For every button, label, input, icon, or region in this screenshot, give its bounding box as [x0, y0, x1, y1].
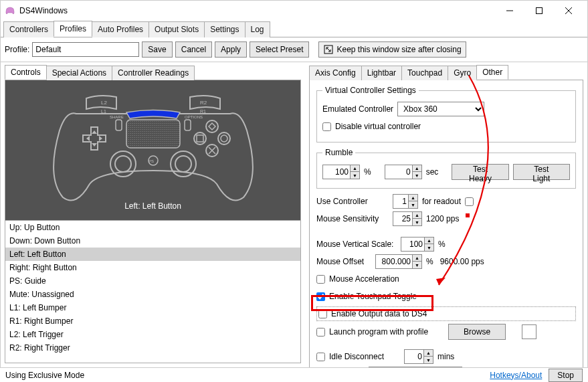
subtab-controller-readings[interactable]: Controller Readings: [112, 66, 195, 80]
config-body: Virtual Controller Settings Emulated Con…: [309, 80, 583, 369]
profile-label: Profile:: [5, 45, 29, 54]
cancel-button[interactable]: Cancel: [175, 41, 212, 58]
right-pane: Axis Config Lightbar Touchpad Gyro Other…: [305, 62, 587, 366]
left-pane: Controls Special Actions Controller Read…: [1, 62, 305, 366]
launch-profile-label: Launch program with profile: [329, 327, 428, 337]
svg-text:R1: R1: [200, 109, 206, 114]
rumble-strength-spinner[interactable]: ▲▼: [322, 165, 360, 179]
emulated-controller-select[interactable]: Xbox 360: [397, 102, 484, 116]
rumble-pct: %: [364, 167, 371, 177]
output-ds4-checkbox[interactable]: [318, 310, 327, 318]
browse-button[interactable]: Browse: [448, 324, 506, 340]
mouse-vscale-label: Mouse Vertical Scale:: [316, 240, 397, 249]
mapping-row[interactable]: Mute: Unassigned: [5, 288, 300, 301]
left-subtabs: Controls Special Actions Controller Read…: [5, 65, 301, 80]
select-preset-button[interactable]: Select Preset: [250, 41, 309, 58]
mapping-row[interactable]: Up: Up Button: [5, 221, 300, 234]
tab-output-slots[interactable]: Output Slots: [149, 21, 205, 37]
save-button[interactable]: Save: [142, 41, 172, 58]
use-controller-label: Use Controller: [316, 197, 389, 206]
disable-virtual-label: Disable virtual controller: [335, 122, 421, 131]
readout-checkbox[interactable]: [465, 197, 474, 206]
mapping-row[interactable]: Left: Left Button: [5, 248, 300, 261]
svg-text:L1: L1: [101, 109, 106, 114]
mouse-accel-label: Mouse Acceleration: [329, 274, 399, 284]
mouse-vscale-suffix: %: [438, 240, 446, 249]
controller-caption: Left: Left Button: [5, 201, 300, 211]
annotation-dot: [466, 213, 470, 217]
disable-virtual-checkbox[interactable]: [322, 122, 331, 131]
svg-text:R2: R2: [200, 100, 207, 106]
touchpad-toggle-checkbox[interactable]: [316, 292, 325, 301]
mapping-row[interactable]: R2: Right Trigger: [5, 341, 300, 355]
close-button[interactable]: [554, 1, 583, 21]
mouse-offset-suffix: % 9600.00 pps: [426, 257, 484, 266]
test-light-button[interactable]: Test Light: [513, 164, 570, 180]
output-ds4-label: Enable Output data to DS4: [331, 309, 427, 318]
tab-profiles[interactable]: Profiles: [54, 21, 92, 37]
tab-controllers[interactable]: Controllers: [3, 21, 54, 37]
config-tabs: Axis Config Lightbar Touchpad Gyro Other: [309, 65, 583, 80]
svg-rect-9: [126, 120, 180, 148]
status-mode: Using Exclusive Mode: [5, 371, 84, 380]
stop-button[interactable]: Stop: [549, 369, 583, 382]
mouse-accel-checkbox[interactable]: [316, 275, 325, 284]
tab-settings[interactable]: Settings: [204, 21, 245, 37]
svg-text:PS: PS: [149, 159, 154, 163]
mapping-row[interactable]: Right: Right Button: [5, 261, 300, 274]
mouse-vscale-spinner[interactable]: ▲▼: [401, 237, 434, 252]
subtab-controls[interactable]: Controls: [5, 65, 47, 80]
profile-name-input[interactable]: [32, 42, 139, 57]
apply-button[interactable]: Apply: [215, 41, 247, 58]
mapping-row[interactable]: Down: Down Button: [5, 234, 300, 248]
hotkeys-about-link[interactable]: Hotkeys/About: [490, 371, 542, 380]
mapping-row[interactable]: PS: Guide: [5, 274, 300, 288]
launch-color-box[interactable]: [522, 324, 536, 339]
main-tabs: Controllers Profiles Auto Profiles Outpu…: [1, 21, 587, 37]
mapping-row[interactable]: R1: Right Bumper: [5, 314, 300, 328]
tab-auto-profiles[interactable]: Auto Profiles: [92, 21, 149, 37]
controller-svg: L2 R2 L1 R1 SHARE OPTIONS: [39, 90, 267, 211]
resize-icon: [323, 44, 334, 55]
rumble-group: Rumble ▲▼ % ▲▼ sec Test Heavy Test Light: [316, 148, 576, 189]
svg-text:SHARE: SHARE: [110, 115, 124, 119]
rumble-sec-spinner[interactable]: ▲▼: [385, 165, 422, 179]
idle-mins-suffix: mins: [437, 352, 454, 361]
use-controller-spinner[interactable]: ▲▼: [393, 194, 418, 209]
emulated-controller-label: Emulated Controller: [322, 104, 393, 114]
mapping-row[interactable]: L1: Left Bumper: [5, 301, 300, 314]
idle-disconnect-checkbox[interactable]: [316, 353, 325, 361]
launch-profile-checkbox[interactable]: [316, 328, 325, 337]
content: Controls Special Actions Controller Read…: [1, 62, 587, 366]
profile-toolbar: Profile: Save Cancel Apply Select Preset…: [1, 37, 587, 62]
controller-preview: L2 R2 L1 R1 SHARE OPTIONS: [5, 80, 301, 221]
mouse-offset-spinner[interactable]: ▲▼: [375, 254, 422, 269]
config-tab-gyro[interactable]: Gyro: [448, 66, 477, 80]
mapping-list[interactable]: Up: Up Button Down: Down Button Left: Le…: [5, 221, 301, 363]
config-tab-lightbar[interactable]: Lightbar: [361, 66, 402, 80]
virtual-controller-group: Virtual Controller Settings Emulated Con…: [316, 86, 576, 142]
statusbar: Using Exclusive Mode Hotkeys/About Stop: [0, 367, 588, 382]
subtab-special-actions[interactable]: Special Actions: [46, 66, 112, 80]
maximize-button[interactable]: [524, 1, 554, 21]
config-tab-axis[interactable]: Axis Config: [309, 66, 362, 80]
config-tab-touchpad[interactable]: Touchpad: [401, 66, 448, 80]
svg-rect-1: [536, 8, 543, 14]
test-heavy-button[interactable]: Test Heavy: [452, 164, 508, 180]
idle-disconnect-label: Idle Disconnect: [329, 352, 400, 361]
keep-size-label: Keep this window size after closing: [336, 45, 461, 54]
touchpad-toggle-label: Enable Touchpad Toggle: [329, 292, 417, 301]
tab-log[interactable]: Log: [245, 21, 270, 37]
readout-label: for readout: [422, 197, 461, 206]
svg-text:L2: L2: [101, 100, 107, 106]
titlebar: DS4Windows: [1, 1, 587, 21]
window-title: DS4Windows: [19, 6, 495, 15]
mapping-row[interactable]: L2: Left Trigger: [5, 328, 300, 341]
config-tab-other[interactable]: Other: [476, 65, 508, 80]
idle-mins-spinner[interactable]: ▲▼: [404, 349, 433, 364]
minimize-button[interactable]: [495, 1, 524, 21]
mouse-offset-label: Mouse Offset: [316, 257, 371, 266]
rumble-sec-label: sec: [426, 167, 439, 177]
keep-size-toggle[interactable]: Keep this window size after closing: [318, 41, 466, 58]
mouse-sens-spinner[interactable]: ▲▼: [393, 211, 422, 226]
